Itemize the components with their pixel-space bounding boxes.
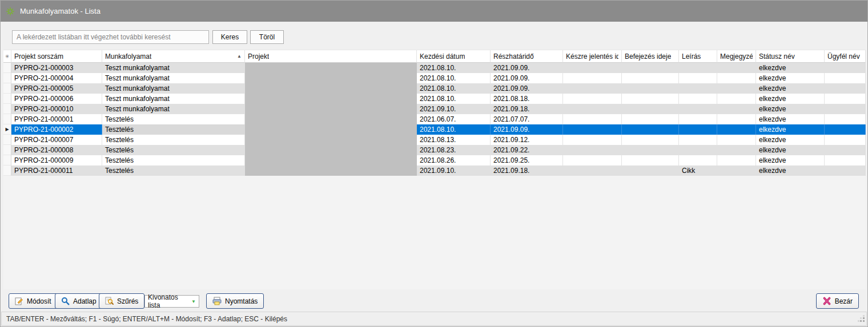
cell-statusz[interactable]: elkezdve (756, 104, 825, 114)
cell-sorszam[interactable]: PYPRO-21-000004 (11, 73, 102, 83)
column-header-indicator[interactable]: ✳ (3, 50, 11, 63)
cell-ugyfel[interactable] (825, 83, 866, 94)
cell-projekt[interactable] (245, 104, 417, 114)
cell-munkafolyamat[interactable]: Teszt munkafolyamat (102, 94, 245, 104)
cell-indicator[interactable] (3, 114, 11, 124)
cell-befejezes[interactable] (622, 124, 679, 135)
cell-indicator[interactable] (3, 135, 11, 145)
cell-kezdesi[interactable]: 2021.08.10. (417, 83, 491, 94)
cell-kezdesi[interactable]: 2021.08.13. (417, 135, 491, 145)
cell-megjegyzes[interactable] (717, 145, 756, 155)
cell-statusz[interactable]: elkezdve (756, 94, 825, 104)
cell-munkafolyamat[interactable]: Tesztelés (102, 114, 245, 124)
cell-leiras[interactable] (679, 83, 717, 94)
modify-button[interactable]: Módosít (9, 293, 58, 309)
cell-reszhatarido[interactable]: 2021.09.18. (491, 104, 563, 114)
row-pointer-icon[interactable]: ▶ (3, 124, 11, 135)
cell-ugyfel[interactable] (825, 135, 866, 145)
cell-megjegyzes[interactable] (717, 135, 756, 145)
cell-leiras[interactable] (679, 124, 717, 135)
cell-keszre[interactable] (563, 135, 622, 145)
cell-ugyfel[interactable] (825, 165, 866, 176)
column-header-statusz[interactable]: Státusz név (756, 50, 825, 63)
cell-leiras[interactable] (679, 104, 717, 114)
cell-keszre[interactable] (563, 124, 622, 135)
column-header-kezdesi[interactable]: Kezdési dátum (417, 50, 491, 63)
cell-keszre[interactable] (563, 165, 622, 176)
cell-reszhatarido[interactable]: 2021.09.18. (491, 165, 563, 176)
cell-befejezes[interactable] (622, 73, 679, 83)
cell-befejezes[interactable] (622, 135, 679, 145)
column-header-leiras[interactable]: Leírás (679, 50, 717, 63)
cell-ugyfel[interactable] (825, 155, 866, 165)
cell-keszre[interactable] (563, 63, 622, 73)
cell-indicator[interactable] (3, 165, 11, 176)
column-header-keszre[interactable]: Készre jelentés ideje (563, 50, 622, 63)
cell-keszre[interactable] (563, 104, 622, 114)
table-row[interactable]: PYPRO-21-000007Tesztelés2021.08.13.2021.… (3, 135, 866, 145)
cell-kezdesi[interactable]: 2021.08.10. (417, 124, 491, 135)
cell-megjegyzes[interactable] (717, 83, 756, 94)
cell-munkafolyamat[interactable]: Tesztelés (102, 145, 245, 155)
table-row[interactable]: ▶PYPRO-21-000002Tesztelés2021.08.10.2021… (3, 124, 866, 135)
cell-projekt[interactable] (245, 73, 417, 83)
cell-projekt[interactable] (245, 145, 417, 155)
cell-projekt[interactable] (245, 63, 417, 73)
cell-reszhatarido[interactable]: 2021.08.18. (491, 94, 563, 104)
cell-reszhatarido[interactable]: 2021.09.09. (491, 124, 563, 135)
cell-kezdesi[interactable]: 2021.08.23. (417, 145, 491, 155)
cell-befejezes[interactable] (622, 165, 679, 176)
table-row[interactable]: PYPRO-21-000006Teszt munkafolyamat2021.0… (3, 94, 866, 104)
cell-befejezes[interactable] (622, 155, 679, 165)
filter-button[interactable]: Szűrés (99, 293, 144, 309)
cell-sorszam[interactable]: PYPRO-21-000002 (11, 124, 102, 135)
cell-keszre[interactable] (563, 73, 622, 83)
cell-sorszam[interactable]: PYPRO-21-000007 (11, 135, 102, 145)
cell-projekt[interactable] (245, 94, 417, 104)
cell-keszre[interactable] (563, 155, 622, 165)
cell-statusz[interactable]: elkezdve (756, 73, 825, 83)
search-input[interactable] (12, 30, 209, 44)
cell-befejezes[interactable] (622, 145, 679, 155)
cell-reszhatarido[interactable]: 2021.09.09. (491, 83, 563, 94)
cell-megjegyzes[interactable] (717, 104, 756, 114)
cell-keszre[interactable] (563, 114, 622, 124)
cell-reszhatarido[interactable]: 2021.09.25. (491, 155, 563, 165)
cell-indicator[interactable] (3, 145, 11, 155)
cell-megjegyzes[interactable] (717, 63, 756, 73)
cell-sorszam[interactable]: PYPRO-21-000005 (11, 83, 102, 94)
cell-munkafolyamat[interactable]: Teszt munkafolyamat (102, 73, 245, 83)
cell-statusz[interactable]: elkezdve (756, 135, 825, 145)
clear-search-button[interactable]: Töröl (250, 30, 284, 44)
cell-ugyfel[interactable] (825, 94, 866, 104)
cell-kezdesi[interactable]: 2021.08.10. (417, 73, 491, 83)
table-row[interactable]: PYPRO-21-000004Teszt munkafolyamat2021.0… (3, 73, 866, 83)
cell-indicator[interactable] (3, 104, 11, 114)
cell-leiras[interactable]: Cikk (679, 165, 717, 176)
cell-reszhatarido[interactable]: 2021.09.12. (491, 135, 563, 145)
cell-projekt[interactable] (245, 165, 417, 176)
column-header-munkafolyamat[interactable]: Munkafolyamat▲ (102, 50, 245, 63)
close-button[interactable]: Bezár (816, 293, 859, 309)
datasheet-button[interactable]: Adatlap (55, 293, 103, 309)
cell-megjegyzes[interactable] (717, 114, 756, 124)
cell-keszre[interactable] (563, 145, 622, 155)
cell-megjegyzes[interactable] (717, 165, 756, 176)
cell-megjegyzes[interactable] (717, 124, 756, 135)
cell-indicator[interactable] (3, 155, 11, 165)
cell-munkafolyamat[interactable]: Teszt munkafolyamat (102, 83, 245, 94)
column-header-befejezes[interactable]: Befejezés ideje (622, 50, 679, 63)
cell-leiras[interactable] (679, 145, 717, 155)
cell-befejezes[interactable] (622, 114, 679, 124)
cell-statusz[interactable]: elkezdve (756, 83, 825, 94)
column-header-projekt[interactable]: Projekt (245, 50, 417, 63)
cell-projekt[interactable] (245, 135, 417, 145)
resize-grip-icon[interactable] (858, 315, 865, 324)
cell-ugyfel[interactable] (825, 63, 866, 73)
cell-projekt[interactable] (245, 114, 417, 124)
cell-sorszam[interactable]: PYPRO-21-000011 (11, 165, 102, 176)
cell-statusz[interactable]: elkezdve (756, 155, 825, 165)
cell-kezdesi[interactable]: 2021.08.26. (417, 155, 491, 165)
table-row[interactable]: PYPRO-21-000005Teszt munkafolyamat2021.0… (3, 83, 866, 94)
cell-reszhatarido[interactable]: 2021.09.22. (491, 145, 563, 155)
